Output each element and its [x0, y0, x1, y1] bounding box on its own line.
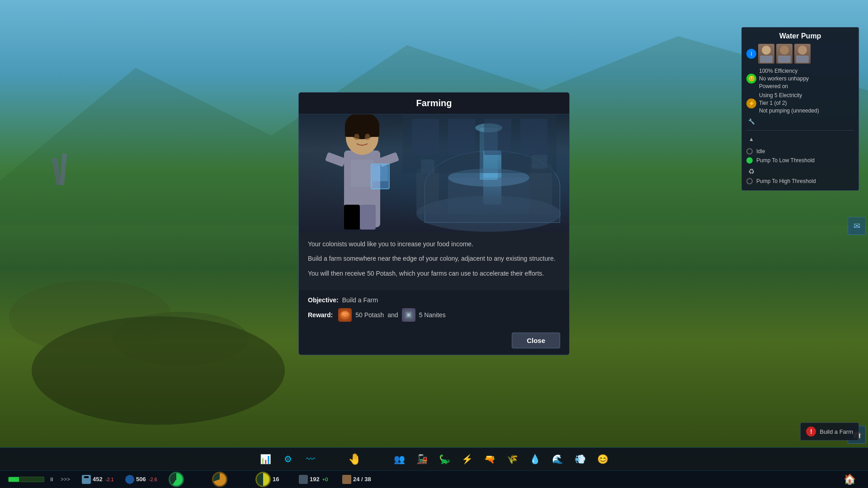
- svg-rect-23: [325, 152, 346, 167]
- objective-section: Objective: Build a Farm Reward: 50 Potas…: [299, 290, 569, 328]
- dialog-body: Your colonists would like you to increas…: [299, 232, 569, 290]
- dialog-overlay: Farming: [0, 0, 868, 488]
- svg-rect-21: [344, 205, 360, 230]
- farming-dialog: Farming: [298, 92, 570, 355]
- character-svg: [312, 114, 412, 232]
- dialog-header: Farming: [299, 93, 569, 114]
- dialog-text-1: Your colonists would like you to increas…: [308, 239, 560, 249]
- objective-value: Build a Farm: [342, 296, 378, 304]
- dialog-text-2: Build a farm somewhere near the edge of …: [308, 253, 560, 263]
- svg-rect-17: [448, 119, 475, 155]
- svg-rect-19: [520, 119, 547, 155]
- svg-rect-11: [416, 169, 439, 214]
- objective-row: Objective: Build a Farm: [308, 296, 560, 304]
- svg-rect-29: [345, 123, 379, 137]
- objective-label: Objective:: [308, 296, 339, 304]
- close-button[interactable]: Close: [512, 333, 560, 348]
- svg-rect-39: [407, 314, 410, 316]
- reward-label: Reward:: [308, 311, 333, 319]
- dialog-image: [299, 114, 569, 232]
- nanites-amount: 5 Nanites: [419, 311, 446, 319]
- dialog-text-3: You will then receive 50 Potash, which y…: [308, 268, 560, 278]
- svg-rect-18: [484, 119, 511, 155]
- svg-point-31: [365, 134, 370, 140]
- potash-icon: [338, 308, 352, 322]
- potash-amount: 50 Potash: [355, 311, 384, 319]
- reward-row: Reward: 50 Potash and: [308, 308, 560, 322]
- svg-rect-16: [412, 119, 439, 155]
- svg-rect-25: [351, 160, 373, 187]
- svg-point-30: [354, 134, 359, 140]
- svg-rect-22: [360, 205, 376, 230]
- reward-and: and: [387, 311, 398, 319]
- dialog-footer: Close: [299, 328, 569, 355]
- dialog-title: Farming: [308, 98, 560, 108]
- svg-point-36: [343, 313, 345, 314]
- svg-rect-33: [373, 165, 388, 181]
- nanite-icon: [402, 308, 415, 322]
